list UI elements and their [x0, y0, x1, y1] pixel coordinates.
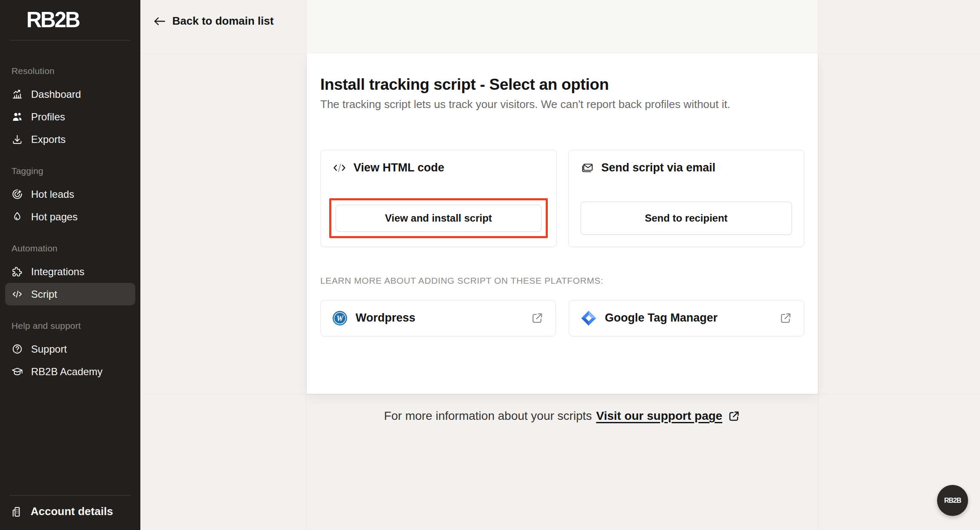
platform-name: Google Tag Manager [605, 311, 718, 325]
sidebar-item-dashboard[interactable]: Dashboard [0, 83, 140, 105]
sidebar-section-resolution: Resolution [11, 66, 140, 76]
sidebar: RB2B Resolution Dashboard Profiles [0, 0, 140, 530]
sidebar-item-profiles[interactable]: Profiles [0, 105, 140, 128]
platform-name: Wordpress [356, 311, 416, 325]
sidebar-item-label: RB2B Academy [31, 366, 103, 378]
sidebar-section-tagging: Tagging [11, 166, 140, 176]
help-circle-icon [11, 343, 23, 355]
grid-line-bottom [140, 394, 980, 394]
install-options-row: View HTML code View and install script S… [320, 150, 804, 247]
sidebar-item-label: Integrations [31, 266, 84, 278]
send-to-recipient-button[interactable]: Send to recipient [581, 202, 792, 235]
download-icon [11, 134, 23, 145]
learn-more-label: LEARN MORE ABOUT ADDING SCRIPT ON THESE … [320, 276, 804, 286]
highlight-annotation-box: View and install script [329, 198, 548, 238]
target-arrow-icon [11, 188, 23, 200]
sidebar-footer: Account details [0, 495, 140, 530]
account-details-label: Account details [31, 505, 113, 518]
view-and-install-script-button[interactable]: View and install script [336, 205, 541, 232]
sidebar-item-label: Hot leads [31, 188, 74, 200]
chat-widget-rb2b-logo: RB2B [944, 497, 961, 504]
sidebar-section-automation: Automation [11, 243, 140, 254]
platforms-row: W Wordpress Google Tag Manager [320, 300, 804, 336]
sidebar-item-label: Support [31, 343, 67, 355]
sidebar-divider [10, 40, 131, 40]
svg-text:W: W [336, 314, 344, 322]
code-icon [11, 288, 23, 300]
option-header: View HTML code [333, 161, 544, 175]
page-subtitle: The tracking script lets us track your v… [320, 97, 804, 111]
sidebar-item-label: Profiles [31, 111, 65, 123]
sidebar-item-label: Dashboard [31, 88, 81, 100]
sidebar-item-rb2b-academy[interactable]: RB2B Academy [0, 360, 140, 383]
sidebar-item-script[interactable]: Script [5, 283, 135, 305]
option-header: Send script via email [581, 161, 792, 175]
platform-card-wordpress[interactable]: W Wordpress [320, 300, 556, 336]
google-tag-manager-logo [581, 310, 597, 326]
sidebar-section-help: Help and support [11, 321, 140, 331]
content-column-background [307, 0, 818, 54]
sidebar-item-label: Script [31, 288, 57, 300]
sidebar-item-integrations[interactable]: Integrations [0, 260, 140, 283]
sidebar-nav: Hot leads Hot pages [0, 183, 140, 228]
code-icon [333, 161, 346, 175]
users-icon [11, 111, 23, 123]
external-link-icon[interactable] [779, 311, 792, 325]
platform-card-google-tag-manager[interactable]: Google Tag Manager [569, 300, 804, 336]
graduation-cap-icon [11, 366, 23, 377]
flame-icon [11, 211, 23, 222]
back-to-domain-list[interactable]: Back to domain list [153, 14, 273, 28]
page-title: Install tracking script - Select an opti… [320, 77, 804, 92]
sidebar-item-hot-leads[interactable]: Hot leads [0, 183, 140, 205]
account-details-button[interactable]: Account details [0, 496, 140, 530]
sidebar-item-support[interactable]: Support [0, 338, 140, 360]
external-link-icon[interactable] [727, 410, 741, 423]
sidebar-item-label: Hot pages [31, 211, 77, 223]
dashboard-chart-icon [11, 88, 23, 100]
sidebar-nav: Dashboard Profiles Exports [0, 83, 140, 151]
external-link-icon[interactable] [531, 311, 544, 325]
arrow-left-icon [153, 16, 166, 27]
support-page-link[interactable]: Visit our support page [596, 409, 723, 423]
option-card-send-email: Send script via email Send to recipient [568, 150, 805, 247]
sidebar-item-label: Exports [31, 134, 66, 145]
puzzle-icon [11, 266, 23, 277]
mail-icon [581, 161, 594, 175]
install-script-card: Install tracking script - Select an opti… [307, 54, 818, 394]
back-label: Back to domain list [172, 14, 273, 28]
sidebar-item-exports[interactable]: Exports [0, 128, 140, 151]
option-title: View HTML code [353, 161, 444, 174]
app-window: RB2B Resolution Dashboard Profiles [0, 0, 980, 530]
footer-note: For more information about your scripts … [307, 409, 818, 423]
wordpress-logo: W [332, 311, 348, 326]
footer-text: For more information about your scripts [384, 409, 592, 423]
main-content: Back to domain list Install tracking scr… [140, 0, 980, 530]
sidebar-nav: Integrations Script [0, 260, 140, 305]
rb2b-logo: RB2B [26, 6, 140, 33]
sidebar-nav: Support RB2B Academy [0, 338, 140, 383]
building-icon [11, 506, 23, 518]
sidebar-item-hot-pages[interactable]: Hot pages [0, 205, 140, 228]
chat-widget-button[interactable]: RB2B [937, 485, 968, 516]
column-border-right [818, 0, 818, 530]
option-card-view-html: View HTML code View and install script [320, 150, 557, 247]
option-title: Send script via email [601, 161, 716, 174]
